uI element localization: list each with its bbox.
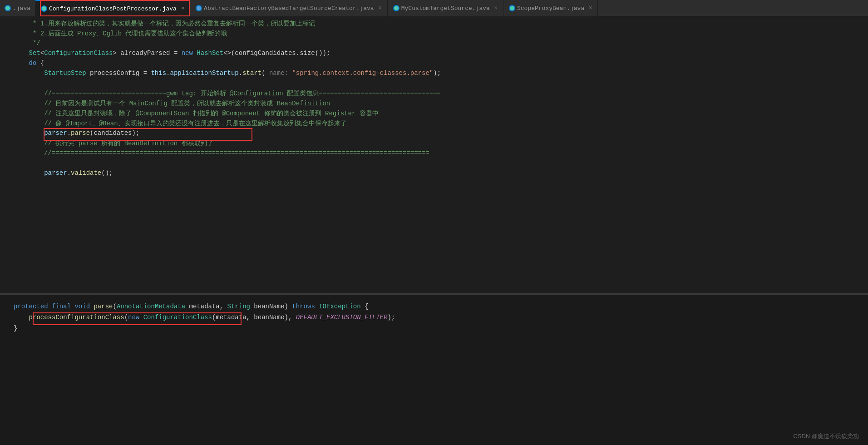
code-line-10: // 注意这里只是封装哦，除了 @ComponentScan 扫描到的 @Com… (0, 109, 868, 119)
code-line-1: * 1.用来存放解析过的类，其实就是做一个标记，因为必然会重复去解析同一个类，所… (0, 19, 868, 29)
line-content-12: parser.parse(candidates); (0, 129, 139, 137)
line-content-3: */ (0, 40, 40, 47)
tab-custom[interactable]: MyCustomTargetSource.java × (388, 0, 503, 16)
tab-java[interactable]: .java (0, 0, 35, 16)
code-line-9: // 目前因为是测试只有一个 MainConfig 配置类，所以就去解析这个类封… (0, 99, 868, 109)
line-content-4: Set<ConfigurationClass> alreadyParsed = … (0, 49, 330, 57)
code-line-7 (0, 79, 868, 89)
code-line-15 (0, 159, 868, 169)
bottom-line-1-content: protected final void parse(AnnotationMet… (14, 303, 368, 310)
code-line-5: do { (0, 59, 868, 69)
line-content-13: // 执行完 parse 所有的 BeanDefinition 都获取到了 (0, 139, 213, 148)
tab-scope-icon (509, 5, 515, 11)
tab-bar: .java ConfigurationClassPostProcessor.ja… (0, 0, 868, 16)
tab-java-label: .java (13, 5, 30, 12)
line-content-14: //======================================… (0, 149, 429, 157)
tab-custom-label: MyCustomTargetSource.java (401, 5, 490, 12)
bottom-line-2: processConfigurationClass(new Configurat… (0, 313, 868, 323)
code-line-14: //======================================… (0, 149, 868, 159)
code-line-16: parser.validate(); (0, 169, 868, 179)
line-content-9: // 目前因为是测试只有一个 MainConfig 配置类，所以就去解析这个类封… (0, 99, 330, 108)
bottom-line-3-content: } (14, 325, 17, 332)
code-line-13: // 执行完 parse 所有的 BeanDefinition 都获取到了 (0, 139, 868, 149)
tab-abstract[interactable]: AbstractBeanFactoryBasedTargetSourceCrea… (190, 0, 388, 16)
tab-scope-close[interactable]: × (589, 5, 592, 11)
tab-abstract-label: AbstractBeanFactoryBasedTargetSourceCrea… (204, 5, 374, 12)
tab-custom-icon (393, 5, 399, 11)
tab-active-icon (41, 5, 47, 12)
code-line-12: parser.parse(candidates); (0, 129, 868, 139)
code-line-6: StartupStep processConfig = this.applica… (0, 69, 868, 79)
tab-custom-close[interactable]: × (494, 5, 498, 11)
top-code-panel: * 1.用来存放解析过的类，其实就是做一个标记，因为必然会重复去解析同一个类，所… (0, 16, 868, 293)
tab-java-icon (5, 5, 11, 11)
code-line-3: */ (0, 39, 868, 49)
line-content-10: // 注意这里只是封装哦，除了 @ComponentScan 扫描到的 @Com… (0, 109, 379, 118)
bottom-line-2-content: processConfigurationClass(new Configurat… (14, 314, 395, 321)
code-line-8: //==============================gwm_tag:… (0, 89, 868, 99)
tab-abstract-close[interactable]: × (379, 5, 382, 11)
tab-active-label: ConfigurationClassPostProcessor.java (49, 5, 177, 12)
tab-scope[interactable]: ScopeProxyBean.java × (503, 0, 598, 16)
bottom-code-panel: protected final void parse(AnnotationMet… (0, 295, 868, 445)
code-line-4: Set<ConfigurationClass> alreadyParsed = … (0, 49, 868, 59)
line-content-1: * 1.用来存放解析过的类，其实就是做一个标记，因为必然会重复去解析同一个类，所… (0, 20, 315, 28)
tab-scope-label: ScopeProxyBean.java (517, 5, 584, 12)
bottom-line-3: } (0, 324, 868, 334)
tab-active-close[interactable]: × (181, 5, 184, 12)
line-content-16: parser.validate(); (0, 169, 113, 177)
line-content-8: //==============================gwm_tag:… (0, 89, 441, 98)
code-line-2: * 2.后面生成 Proxy、Cglib 代理也需要借助这个集合做判断的哦 (0, 29, 868, 39)
bottom-line-1: protected final void parse(AnnotationMet… (0, 302, 868, 312)
tab-active[interactable]: ConfigurationClassPostProcessor.java × (35, 0, 190, 16)
tab-abstract-icon (196, 5, 202, 11)
line-content-2: * 2.后面生成 Proxy、Cglib 代理也需要借助这个集合做判断的哦 (0, 30, 227, 38)
line-content-6: StartupStep processConfig = this.applica… (0, 69, 441, 77)
code-line-11: // 像 @Import、@Bean、实现接口导入的类还没有注册进去，只是在这里… (0, 119, 868, 129)
editor-container: .java ConfigurationClassPostProcessor.ja… (0, 0, 868, 445)
watermark: CSDN @魔道不误砍柴功 (793, 432, 859, 440)
line-content-11: // 像 @Import、@Bean、实现接口导入的类还没有注册进去，只是在这里… (0, 119, 347, 128)
line-content-5: do { (0, 59, 44, 67)
